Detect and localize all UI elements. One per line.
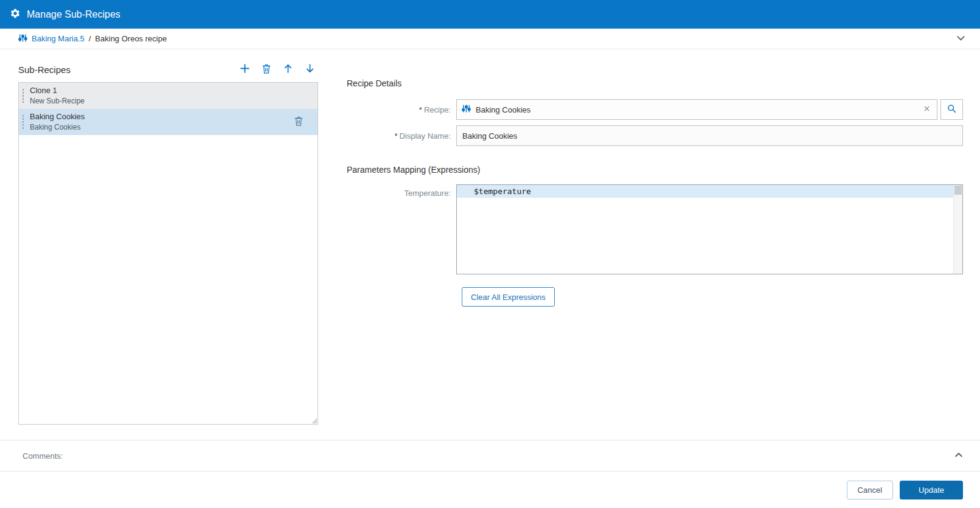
close-icon bbox=[923, 105, 931, 114]
gear-icon bbox=[10, 8, 21, 21]
list-item-text: Clone 1 New Sub-Recipe bbox=[30, 86, 85, 105]
sub-recipe-subtitle: Baking Cookies bbox=[30, 123, 85, 131]
delete-sub-recipe-button[interactable] bbox=[260, 62, 273, 77]
sub-recipe-name: Clone 1 bbox=[30, 86, 85, 95]
temperature-expression-editor[interactable]: $temperature bbox=[456, 184, 963, 274]
update-button[interactable]: Update bbox=[900, 481, 963, 499]
required-marker: * bbox=[394, 131, 397, 141]
required-marker: * bbox=[419, 105, 422, 114]
expression-active-line: $temperature bbox=[457, 185, 953, 198]
add-sub-recipe-button[interactable] bbox=[238, 61, 252, 77]
sub-recipes-panel: Sub-Recipes bbox=[18, 61, 318, 451]
recipe-lookup-input[interactable]: Baking Cookies bbox=[456, 99, 937, 120]
display-name-field[interactable] bbox=[456, 125, 963, 146]
sub-recipes-toolbar bbox=[238, 61, 318, 77]
recipe-row: *Recipe: Baking Cookies bbox=[347, 99, 963, 120]
clear-recipe-button[interactable] bbox=[922, 103, 932, 116]
arrow-up-icon bbox=[282, 63, 294, 76]
plus-icon bbox=[239, 63, 251, 76]
main-content: Sub-Recipes bbox=[0, 49, 980, 451]
comments-section: Comments: bbox=[0, 440, 980, 471]
comments-collapse-button[interactable] bbox=[952, 448, 965, 464]
footer-actions: Cancel Update bbox=[0, 471, 980, 508]
comments-label: Comments: bbox=[23, 451, 63, 461]
editor-scrollbar[interactable] bbox=[953, 185, 962, 274]
clear-all-expressions-button[interactable]: Clear All Expressions bbox=[462, 287, 555, 307]
sub-recipes-header: Sub-Recipes bbox=[18, 61, 318, 77]
temperature-row: Temperature: $temperature bbox=[347, 184, 963, 274]
sub-recipe-name: Baking Cookies bbox=[30, 112, 85, 121]
trash-icon bbox=[293, 116, 304, 128]
chevron-down-icon bbox=[955, 32, 967, 46]
recipe-lookup-combo: Baking Cookies bbox=[456, 99, 963, 120]
parameters-mapping-heading: Parameters Mapping (Expressions) bbox=[347, 165, 963, 175]
drag-handle-icon[interactable] bbox=[22, 114, 24, 129]
cancel-button[interactable]: Cancel bbox=[847, 481, 893, 499]
breadcrumb-separator: / bbox=[89, 34, 91, 43]
trash-icon bbox=[261, 63, 272, 76]
temperature-label: Temperature: bbox=[347, 184, 456, 198]
temperature-expression-text: $temperature bbox=[474, 187, 531, 196]
list-resize-grip[interactable] bbox=[311, 418, 317, 423]
recipe-details-panel: Recipe Details *Recipe: Baking Cookies bbox=[347, 61, 963, 451]
chevron-up-icon bbox=[953, 450, 964, 462]
display-name-row: *Display Name: bbox=[347, 125, 963, 146]
list-item[interactable]: Clone 1 New Sub-Recipe bbox=[19, 83, 318, 109]
search-icon bbox=[947, 103, 957, 116]
recipe-search-button[interactable] bbox=[940, 99, 963, 120]
editor-scrollbar-thumb[interactable] bbox=[954, 186, 962, 195]
recipe-value: Baking Cookies bbox=[476, 105, 917, 114]
breadcrumb-parent-link[interactable]: Baking Maria.5 bbox=[32, 34, 85, 43]
move-up-button[interactable] bbox=[281, 61, 295, 77]
list-item-text: Baking Cookies Baking Cookies bbox=[30, 112, 85, 131]
sub-recipes-heading: Sub-Recipes bbox=[18, 64, 71, 75]
titlebar: Manage Sub-Recipes bbox=[0, 0, 980, 29]
recipe-sliders-icon bbox=[18, 33, 27, 44]
collapse-panel-button[interactable] bbox=[954, 31, 968, 47]
breadcrumb: Baking Maria.5 / Baking Oreos recipe bbox=[0, 29, 980, 49]
delete-row-button[interactable] bbox=[292, 114, 305, 130]
drag-handle-icon[interactable] bbox=[22, 88, 24, 103]
sub-recipe-subtitle: New Sub-Recipe bbox=[30, 97, 85, 105]
display-name-label: *Display Name: bbox=[347, 131, 456, 141]
list-item[interactable]: Baking Cookies Baking Cookies bbox=[19, 109, 318, 135]
page-title: Manage Sub-Recipes bbox=[27, 9, 120, 20]
move-down-button[interactable] bbox=[303, 61, 317, 77]
sub-recipes-list: Clone 1 New Sub-Recipe Baking Cookies Ba… bbox=[18, 82, 318, 425]
recipe-sliders-icon bbox=[462, 104, 471, 115]
arrow-down-icon bbox=[304, 63, 316, 76]
recipe-label: *Recipe: bbox=[347, 105, 456, 114]
breadcrumb-current: Baking Oreos recipe bbox=[95, 34, 167, 43]
recipe-details-heading: Recipe Details bbox=[347, 78, 963, 88]
